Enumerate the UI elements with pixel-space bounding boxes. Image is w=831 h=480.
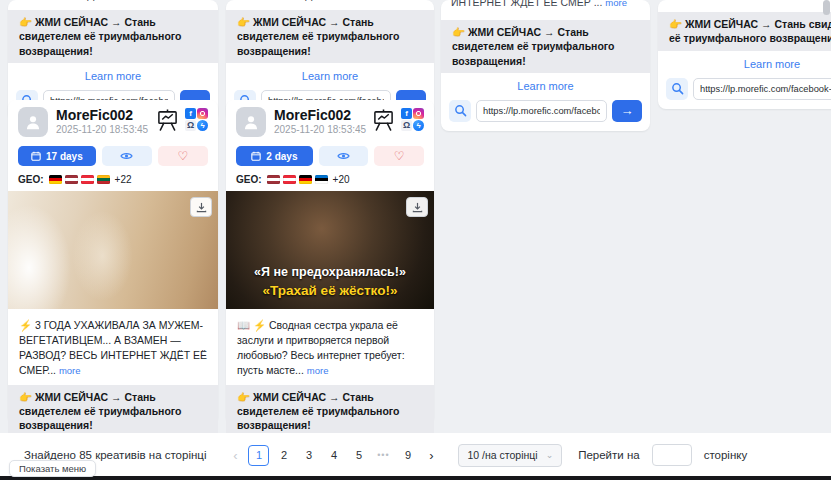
clipped-text: ИНТЕРНЕТ ЖДЁТ ЕЁ СМЕР ... more [451,0,640,10]
messenger-icon: ϟ [413,120,424,131]
page-5-button[interactable]: 5 [348,445,369,466]
ad-headline: 👉 ЖМИ СЕЙЧАС → Стань свидетелем её триум… [226,385,434,438]
flag-germany-icon [299,175,312,184]
favorite-button[interactable]: ♡ [374,146,424,166]
heart-icon: ♡ [178,150,189,162]
person-icon [24,113,42,131]
timestamp: 2025-11-20 18:53:45 [274,124,372,135]
eye-icon [120,151,133,161]
search-button[interactable] [666,78,688,100]
search-button[interactable] [449,100,471,122]
flag-latvia-icon [267,175,280,184]
learn-more-link[interactable]: Learn more [226,70,434,82]
profile-meta: MoreFic002 2025-11-20 18:53:45 [274,107,372,135]
column-4: ИНТЕРНЕТ ЖДЁТ ЕЁ СМЕР ... more 👉 ЖМИ СЕЙ… [658,0,831,109]
creative-card: MoreFic002 2025-11-20 18:53:45 f Ω ϟ 17 … [8,100,218,424]
download-icon [196,202,207,213]
page-1-button[interactable]: 1 [248,445,269,466]
pagination-bar: Знайдено 85 креативів на сторінці ‹ 1 2 … [0,433,831,477]
views-button[interactable] [102,146,152,166]
actions-row: 2 days ♡ [226,137,434,166]
more-link[interactable]: more [172,0,194,1]
download-image-button[interactable] [406,197,428,217]
geo-more-count: +22 [115,174,132,185]
search-icon [454,104,467,117]
favorite-button[interactable]: ♡ [158,146,208,166]
page-9-button[interactable]: 9 [397,445,418,466]
column-2: ИНТЕРНЕТ ЖДЁТ ЕЁ СМЕР ... more 👉 ЖМИ СЕЙ… [226,0,434,121]
facebook-icon: f [185,108,196,119]
audience-network-icon: Ω [401,120,412,131]
chevron-down-icon: ⌄ [546,450,554,460]
page-size-select[interactable]: 10 /на сторінці ⌄ [458,444,562,467]
geo-flags [267,175,328,184]
person-icon [242,113,260,131]
ad-description: ⚡ 3 ГОДА УХАЖИВАЛА ЗА МУЖЕМ-ВЕГЕТАТИВЦЕМ… [8,309,218,378]
goto-page-suffix: сторінку [704,449,748,461]
geo-more-count: +20 [333,174,350,185]
flag-latvia-icon [65,175,78,184]
days-active-button[interactable]: 17 days [18,146,96,166]
ellipsis-icon[interactable]: ••• [373,450,393,460]
prev-page-button[interactable]: ‹ [226,448,244,463]
clipped-text: ИНТЕРНЕТ ЖДЁТ ЕЁ СМЕР ... more [236,0,424,3]
more-link[interactable]: more [59,365,81,376]
actions-row: 17 days ♡ [8,137,218,166]
page-4-button[interactable]: 4 [323,445,344,466]
profile-row: MoreFic002 2025-11-20 18:53:45 f Ω ϟ [8,100,218,137]
show-menu-button[interactable]: Показать меню [9,460,96,477]
learn-more-link[interactable]: Learn more [8,70,218,82]
clipped-text: ИНТЕРНЕТ ЖДЁТ ЕЁ СМЕР ... more [668,0,831,2]
creative-card: MoreFic002 2025-11-20 18:53:45 f Ω ϟ 2 d… [226,100,434,424]
analytics-icon[interactable] [156,109,179,131]
days-active-button[interactable]: 2 days [236,146,313,166]
flag-germany-icon [49,175,62,184]
clipped-text: ИНТЕРНЕТ ЖДЁТ ЕЁ СМЕР ... more [18,0,208,3]
messenger-icon: ϟ [197,120,208,131]
avatar [236,107,266,137]
geo-row: GEO: +20 [226,166,434,185]
analytics-icon[interactable] [372,109,395,131]
open-url-button[interactable]: → [612,100,642,122]
calendar-icon [31,151,41,161]
profile-name: MoreFic002 [274,107,372,123]
goto-page-input[interactable] [652,444,692,466]
flag-austria-icon [283,175,296,184]
profile-name: MoreFic002 [56,107,156,123]
page-3-button[interactable]: 3 [298,445,319,466]
next-page-button[interactable]: › [422,448,440,463]
ad-headline: 👉 ЖМИ СЕЙЧАС → Стань свидетелем её триум… [441,20,650,73]
placements: f Ω ϟ [185,108,208,131]
download-icon [412,202,423,213]
creative-image-dark[interactable]: «Я не предохранялась!» «Трахай её жёстко… [226,191,434,309]
instagram-icon [197,108,208,119]
instagram-icon [413,108,424,119]
ad-headline: 👉 ЖМИ СЕЙЧАС → Стань свидетелем её триум… [658,12,831,51]
more-link[interactable]: more [307,365,329,376]
views-button[interactable] [319,146,369,166]
url-row: → [441,98,650,122]
flag-lithuania-icon [97,175,110,184]
scrollbar-thumb[interactable] [823,0,830,15]
download-image-button[interactable] [190,197,212,217]
learn-more-link[interactable]: Learn more [658,58,831,70]
heart-icon: ♡ [394,150,405,162]
ad-card-partial: ИНТЕРНЕТ ЖДЁТ ЕЁ СМЕР ... more 👉 ЖМИ СЕЙ… [441,0,650,131]
landing-url-input[interactable] [476,100,607,122]
landing-url-input[interactable] [693,78,831,100]
more-link[interactable]: more [605,0,627,8]
creative-image-wedding[interactable] [8,191,218,309]
eye-icon [337,151,350,161]
learn-more-link[interactable]: Learn more [441,80,650,92]
flag-estonia-icon [315,175,328,184]
column-1: ИНТЕРНЕТ ЖДЁТ ЕЁ СМЕР ... more 👉 ЖМИ СЕЙ… [8,0,218,121]
geo-row: GEO: +22 [8,166,218,185]
goto-page-label: Перейти на [578,449,640,461]
timestamp: 2025-11-20 18:53:45 [56,124,156,135]
arrow-right-icon: → [621,104,634,117]
more-link[interactable]: more [390,0,412,1]
bottom-bar [0,476,831,480]
flag-austria-icon [81,175,94,184]
placements: f Ω ϟ [401,108,424,131]
page-2-button[interactable]: 2 [273,445,294,466]
